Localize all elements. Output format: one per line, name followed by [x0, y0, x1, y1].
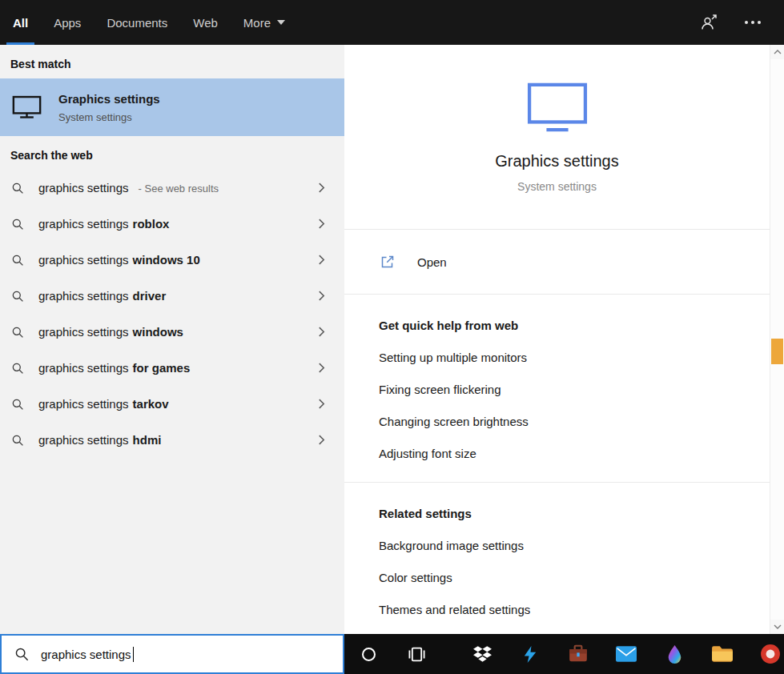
dropbox-icon[interactable] [458, 634, 506, 674]
related-settings-link[interactable]: Color settings [379, 571, 452, 585]
chevron-right-icon[interactable] [318, 290, 325, 302]
suggestion-query: graphics settings [38, 181, 129, 195]
preview-hero: Graphics settings System settings [344, 45, 770, 193]
results-panel: Best match Graphics settings System sett… [0, 45, 344, 634]
search-suggestion-row[interactable]: graphics settingshdmi [0, 422, 344, 458]
text-caret [133, 647, 135, 662]
search-icon [14, 647, 29, 661]
tab-all-label: All [13, 16, 28, 30]
chevron-right-icon[interactable] [318, 362, 325, 374]
search-filter-bar: All Apps Documents Web More [0, 0, 784, 45]
search-icon [11, 434, 24, 447]
tab-web-label: Web [193, 16, 218, 30]
chevron-right-icon[interactable] [318, 326, 325, 338]
preview-panel: Graphics settings System settings Open G… [344, 45, 770, 634]
search-icon [11, 398, 24, 411]
best-match-item[interactable]: Graphics settings System settings [0, 78, 344, 136]
suggestion-text: graphics settings- See web results [38, 181, 219, 195]
best-match-title: Graphics settings [58, 92, 160, 106]
chevron-right-icon[interactable] [318, 218, 325, 230]
quick-help-section: Get quick help from web Setting up multi… [344, 319, 770, 461]
best-match-header: Best match [0, 45, 344, 78]
suggestion-completion: tarkov [133, 397, 169, 411]
search-suggestion-row[interactable]: graphics settingsroblox [0, 206, 344, 242]
tab-documents[interactable]: Documents [100, 0, 174, 45]
quick-help-header: Get quick help from web [379, 319, 770, 333]
partial-app-icon[interactable] [746, 634, 784, 674]
suggestion-completion: driver [133, 289, 167, 303]
task-view-icon[interactable] [392, 634, 440, 674]
suggestion-query: graphics settings [38, 325, 129, 339]
suggestion-text: graphics settingsdriver [38, 289, 166, 303]
quick-help-link[interactable]: Changing screen brightness [379, 415, 529, 429]
search-suggestion-row[interactable]: graphics settingsdriver [0, 278, 344, 314]
quick-help-link[interactable]: Adjusting font size [379, 447, 476, 461]
suggestion-text: graphics settingshdmi [38, 433, 161, 447]
chevron-right-icon[interactable] [318, 398, 325, 410]
monitor-icon [12, 95, 42, 119]
suggestion-text: graphics settingsroblox [38, 217, 169, 231]
chevron-down-icon [774, 624, 782, 629]
briefcase-icon[interactable] [554, 634, 602, 674]
chevron-up-icon [774, 50, 782, 54]
related-settings-link[interactable]: Background image settings [379, 539, 524, 553]
search-input-value: graphics settings [41, 648, 131, 661]
quick-help-link[interactable]: Setting up multiple monitors [379, 351, 527, 365]
user-icon[interactable] [699, 14, 718, 31]
mail-icon[interactable] [602, 634, 650, 674]
search-suggestion-row[interactable]: graphics settingswindows [0, 314, 344, 350]
windows-search-flyout: All Apps Documents Web More Best match [0, 0, 784, 674]
search-suggestion-row[interactable]: graphics settings- See web results [0, 170, 344, 206]
related-settings-section: Related settings Background image settin… [344, 507, 770, 617]
ellipsis-icon[interactable] [744, 20, 762, 25]
search-suggestion-row[interactable]: graphics settingswindows 10 [0, 242, 344, 278]
related-settings-link[interactable]: Themes and related settings [379, 603, 530, 617]
search-suggestion-row[interactable]: graphics settingstarkov [0, 386, 344, 422]
search-input[interactable]: graphics settings [0, 634, 344, 674]
tab-more[interactable]: More [237, 0, 291, 45]
suggestion-query: graphics settings [38, 361, 129, 375]
cortana-icon[interactable] [344, 634, 392, 674]
tab-all[interactable]: All [6, 0, 34, 45]
related-settings-header: Related settings [379, 507, 770, 521]
preview-title: Graphics settings [495, 152, 619, 171]
open-button[interactable]: Open [344, 230, 770, 294]
tab-documents-label: Documents [107, 16, 167, 30]
chevron-down-icon [277, 20, 285, 25]
tab-apps[interactable]: Apps [47, 0, 87, 45]
quick-help-link[interactable]: Fixing screen flickering [379, 383, 501, 397]
search-suggestion-row[interactable]: graphics settingsfor games [0, 350, 344, 386]
suggestion-completion: hdmi [133, 433, 162, 447]
search-icon [11, 182, 24, 195]
preview-subtitle: System settings [517, 180, 597, 193]
search-icon [11, 218, 24, 231]
scrollbar[interactable] [770, 45, 784, 634]
lightning-icon[interactable] [506, 634, 554, 674]
suggestion-text: graphics settingstarkov [38, 397, 169, 411]
scroll-down-button[interactable] [770, 620, 784, 634]
droplet-icon[interactable] [650, 634, 698, 674]
suggestion-query: graphics settings [38, 253, 129, 267]
monitor-icon [526, 82, 589, 133]
chevron-right-icon[interactable] [318, 254, 325, 266]
best-match-text: Graphics settings System settings [58, 92, 160, 123]
tab-web[interactable]: Web [187, 0, 224, 45]
divider [344, 482, 770, 483]
scroll-up-button[interactable] [770, 45, 784, 59]
suggestion-completion: windows 10 [133, 253, 200, 267]
chevron-right-icon[interactable] [318, 434, 325, 446]
open-external-icon [380, 254, 396, 270]
tab-more-label: More [243, 16, 271, 30]
suggestion-text: graphics settingsfor games [38, 361, 190, 375]
suggestion-completion: roblox [133, 217, 170, 231]
suggestion-completion: windows [133, 325, 183, 339]
suggestion-completion: for games [133, 361, 191, 375]
taskbar [344, 634, 784, 674]
search-icon [11, 254, 24, 267]
search-web-header: Search the web [0, 136, 344, 170]
chevron-right-icon[interactable] [318, 182, 325, 194]
file-explorer-icon[interactable] [698, 634, 746, 674]
suggestion-query: graphics settings [38, 217, 129, 231]
bottom-bar: graphics settings [0, 634, 784, 674]
search-icon [11, 326, 24, 339]
